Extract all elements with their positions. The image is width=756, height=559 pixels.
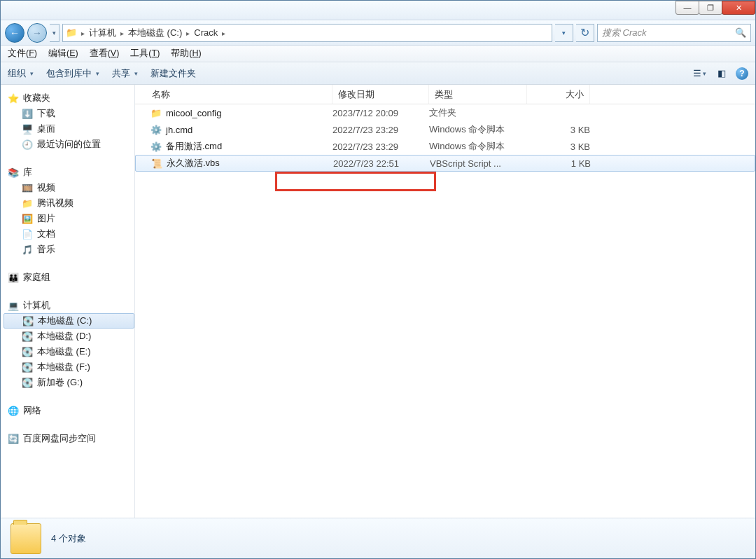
address-dropdown[interactable]: ▾ bbox=[555, 24, 573, 42]
explorer-window: — ❐ ✕ ← → ▾ 📁 计算机 本地磁盘 (C:) Crack bbox=[0, 0, 756, 559]
share-button[interactable]: 共享 bbox=[112, 67, 138, 80]
homegroup-icon: 👪 bbox=[8, 272, 19, 283]
help-icon: ? bbox=[739, 69, 744, 78]
navigation-pane[interactable]: ⭐ 收藏夹 ⬇️下载 🖥️桌面 🕘最近访问的位置 📚 库 🎞️视频 📁腾讯视频 … bbox=[1, 85, 135, 518]
drive-c[interactable]: 💽本地磁盘 (C:) bbox=[4, 313, 134, 329]
library-pictures[interactable]: 🖼️图片 bbox=[4, 211, 134, 226]
col-size[interactable]: 大小 bbox=[527, 85, 590, 104]
column-headers: 名称 修改日期 类型 大小 bbox=[135, 85, 755, 104]
maximize-button[interactable]: ❐ bbox=[699, 1, 722, 15]
menu-bar: 文件(F) 编辑(E) 查看(V) 工具(T) 帮助(H) bbox=[1, 46, 755, 62]
preview-pane-button[interactable]: ◧ bbox=[713, 66, 730, 81]
library-music[interactable]: 🎵音乐 bbox=[4, 242, 134, 257]
library-icon: 📚 bbox=[8, 167, 19, 178]
file-row[interactable]: 📁micool_config2023/7/12 20:09文件夹 bbox=[135, 104, 755, 121]
view-options-button[interactable]: ☰ bbox=[691, 66, 708, 81]
favorites-desktop[interactable]: 🖥️桌面 bbox=[4, 121, 134, 137]
arrow-left-icon: ← bbox=[10, 27, 20, 39]
network-icon: 🌐 bbox=[8, 405, 19, 416]
baidu-sync[interactable]: 🔄 百度网盘同步空间 bbox=[4, 431, 134, 446]
organize-button[interactable]: 组织 bbox=[8, 67, 34, 80]
title-bar: — ❐ ✕ bbox=[1, 1, 755, 20]
file-icon: 📜 bbox=[151, 158, 162, 169]
drive-icon: 💽 bbox=[22, 377, 33, 388]
file-icon: ⚙️ bbox=[150, 141, 162, 152]
col-name[interactable]: 名称 bbox=[135, 85, 332, 104]
maximize-icon: ❐ bbox=[707, 4, 714, 13]
highlight-annotation bbox=[275, 172, 436, 191]
drive-e[interactable]: 💽本地磁盘 (E:) bbox=[4, 344, 134, 359]
menu-view[interactable]: 查看(V) bbox=[90, 48, 120, 60]
arrow-right-icon: → bbox=[32, 27, 42, 39]
breadcrumb-folder[interactable]: Crack bbox=[194, 27, 218, 38]
search-placeholder: 搜索 Crack bbox=[602, 27, 647, 39]
include-in-library-button[interactable]: 包含到库中 bbox=[46, 67, 99, 80]
address-bar[interactable]: 📁 计算机 本地磁盘 (C:) Crack bbox=[62, 24, 552, 42]
favorites-recent[interactable]: 🕘最近访问的位置 bbox=[4, 137, 134, 152]
minimize-icon: — bbox=[684, 4, 692, 12]
menu-help[interactable]: 帮助(H) bbox=[171, 48, 201, 60]
drive-d[interactable]: 💽本地磁盘 (D:) bbox=[4, 329, 134, 344]
body: ⭐ 收藏夹 ⬇️下载 🖥️桌面 🕘最近访问的位置 📚 库 🎞️视频 📁腾讯视频 … bbox=[1, 85, 755, 518]
computer-group[interactable]: 💻 计算机 bbox=[4, 298, 134, 313]
network-group[interactable]: 🌐 网络 bbox=[4, 403, 134, 418]
libraries-group[interactable]: 📚 库 bbox=[4, 165, 134, 180]
new-folder-button[interactable]: 新建文件夹 bbox=[150, 67, 196, 80]
col-type[interactable]: 类型 bbox=[429, 85, 527, 104]
drive-f[interactable]: 💽本地磁盘 (F:) bbox=[4, 359, 134, 375]
menu-tools[interactable]: 工具(T) bbox=[130, 48, 160, 60]
drive-g[interactable]: 💽新加卷 (G:) bbox=[4, 375, 134, 390]
breadcrumb-drive[interactable]: 本地磁盘 (C:) bbox=[128, 27, 182, 39]
file-name: jh.cmd bbox=[166, 125, 192, 135]
nav-history-dropdown[interactable]: ▾ bbox=[50, 24, 59, 42]
computer-icon: 💻 bbox=[8, 300, 19, 311]
window-controls: — ❐ ✕ bbox=[676, 1, 755, 15]
file-row[interactable]: ⚙️备用激活.cmd2022/7/23 23:29Windows 命令脚本3 K… bbox=[135, 138, 755, 155]
menu-file[interactable]: 文件(F) bbox=[8, 48, 37, 60]
file-type: VBScript Script ... bbox=[430, 158, 528, 169]
pane-icon: ◧ bbox=[718, 68, 726, 78]
file-type: 文件夹 bbox=[429, 106, 527, 119]
view-icon: ☰ bbox=[693, 68, 701, 78]
video-icon: 🎞️ bbox=[22, 182, 33, 193]
file-name: micool_config bbox=[166, 108, 222, 118]
file-date: 2022/7/23 22:51 bbox=[333, 158, 430, 169]
drive-icon: 💽 bbox=[22, 361, 33, 373]
menu-edit[interactable]: 编辑(E) bbox=[48, 48, 78, 60]
favorites-downloads[interactable]: ⬇️下载 bbox=[4, 106, 134, 121]
back-button[interactable]: ← bbox=[5, 23, 24, 43]
minimize-button[interactable]: — bbox=[676, 1, 699, 15]
help-button[interactable]: ? bbox=[736, 67, 748, 80]
file-rows[interactable]: 📁micool_config2023/7/12 20:09文件夹⚙️jh.cmd… bbox=[135, 104, 755, 518]
search-box[interactable]: 搜索 Crack 🔍 bbox=[597, 24, 751, 42]
command-bar: 组织 包含到库中 共享 新建文件夹 ☰ ◧ ? bbox=[1, 62, 755, 85]
refresh-button[interactable]: ↻ bbox=[576, 24, 594, 42]
col-date[interactable]: 修改日期 bbox=[332, 85, 429, 104]
file-type: Windows 命令脚本 bbox=[429, 123, 527, 136]
file-row[interactable]: ⚙️jh.cmd2022/7/23 23:29Windows 命令脚本3 KB bbox=[135, 121, 755, 138]
chevron-down-icon: ▾ bbox=[52, 29, 56, 36]
file-row[interactable]: 📜永久激活.vbs2022/7/23 22:51VBScript Script … bbox=[135, 155, 755, 172]
file-name: 永久激活.vbs bbox=[167, 157, 220, 170]
favorites-group[interactable]: ⭐ 收藏夹 bbox=[4, 90, 134, 106]
drive-icon: 💽 bbox=[22, 315, 34, 326]
file-size: 3 KB bbox=[527, 125, 590, 135]
forward-button[interactable]: → bbox=[27, 23, 47, 43]
close-icon: ✕ bbox=[736, 4, 742, 13]
homegroup[interactable]: 👪 家庭组 bbox=[4, 270, 134, 285]
search-icon: 🔍 bbox=[735, 27, 746, 38]
file-date: 2022/7/23 23:29 bbox=[332, 142, 429, 152]
library-videos[interactable]: 🎞️视频 bbox=[4, 180, 134, 195]
nav-bar: ← → ▾ 📁 计算机 本地磁盘 (C:) Crack ▾ ↻ 搜索 Crack… bbox=[1, 20, 755, 46]
file-name: 备用激活.cmd bbox=[166, 140, 222, 153]
desktop-icon: 🖥️ bbox=[22, 123, 33, 134]
close-button[interactable]: ✕ bbox=[722, 1, 755, 15]
library-documents[interactable]: 📄文档 bbox=[4, 226, 134, 242]
breadcrumb-computer[interactable]: 计算机 bbox=[89, 27, 116, 39]
folder-icon: 📁 bbox=[22, 198, 33, 209]
details-pane: 4 个对象 bbox=[1, 518, 755, 558]
status-text: 4 个对象 bbox=[51, 532, 86, 545]
drive-icon: 💽 bbox=[22, 346, 33, 357]
star-icon: ⭐ bbox=[8, 92, 19, 104]
library-tencent[interactable]: 📁腾讯视频 bbox=[4, 195, 134, 211]
